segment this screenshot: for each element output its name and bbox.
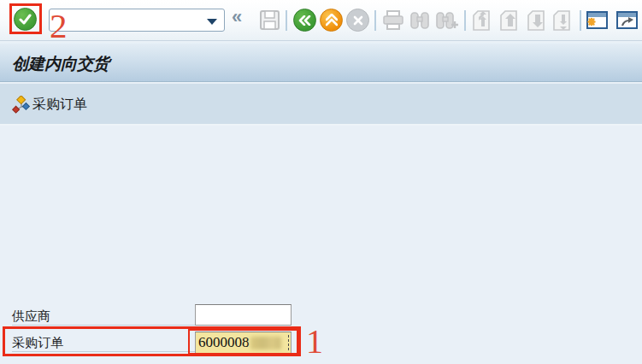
annotation-box-step1-field xyxy=(188,329,298,355)
sap-window: { "annotations": { "step_1": "1", "step_… xyxy=(0,0,642,364)
toolbar-separator xyxy=(464,10,466,31)
save-icon xyxy=(259,9,280,31)
collapse-icon[interactable]: « xyxy=(232,6,242,28)
x-icon xyxy=(353,15,363,26)
toolbar-separator xyxy=(374,10,376,31)
application-toolbar: 采购订单 xyxy=(0,84,642,126)
document-flow-icon xyxy=(12,96,31,114)
find-next-icon xyxy=(435,9,459,32)
next-page-icon xyxy=(527,9,549,32)
chevron-down-icon[interactable] xyxy=(207,19,217,25)
vendor-label-cell: 供应商 xyxy=(12,306,195,326)
new-session-icon[interactable] xyxy=(586,10,609,31)
purchase-order-button[interactable]: 采购订单 xyxy=(9,94,91,115)
purchase-order-button-label: 采购订单 xyxy=(32,96,87,114)
find-icon xyxy=(409,9,431,32)
annotation-number-2: 2 xyxy=(50,9,68,44)
exit-button[interactable] xyxy=(320,9,343,32)
title-bar: 创建内向交货 xyxy=(0,43,642,82)
previous-page-icon xyxy=(499,9,521,32)
vendor-input[interactable] xyxy=(195,304,292,326)
cancel-button xyxy=(346,9,369,32)
command-input[interactable] xyxy=(53,11,205,29)
annotation-box-step2 xyxy=(9,3,42,34)
first-page-icon xyxy=(472,9,494,32)
toolbar-separator xyxy=(286,10,287,31)
last-page-icon xyxy=(552,9,574,32)
vendor-label: 供应商 xyxy=(12,308,50,325)
command-field[interactable] xyxy=(49,9,225,32)
double-chevron-left-icon xyxy=(298,15,312,26)
double-chevron-up-icon xyxy=(326,14,338,26)
main-content: 供应商 采购订单 6000008 1 交货 交货日期 2020/05/26 00… xyxy=(0,127,642,364)
back-button[interactable] xyxy=(293,9,316,32)
create-shortcut-icon[interactable] xyxy=(615,10,639,31)
system-toolbar: « xyxy=(0,0,642,41)
toolbar-separator xyxy=(580,10,581,31)
page-title: 创建内向交货 xyxy=(12,53,109,75)
annotation-number-1: 1 xyxy=(306,325,323,359)
print-icon xyxy=(382,10,404,31)
